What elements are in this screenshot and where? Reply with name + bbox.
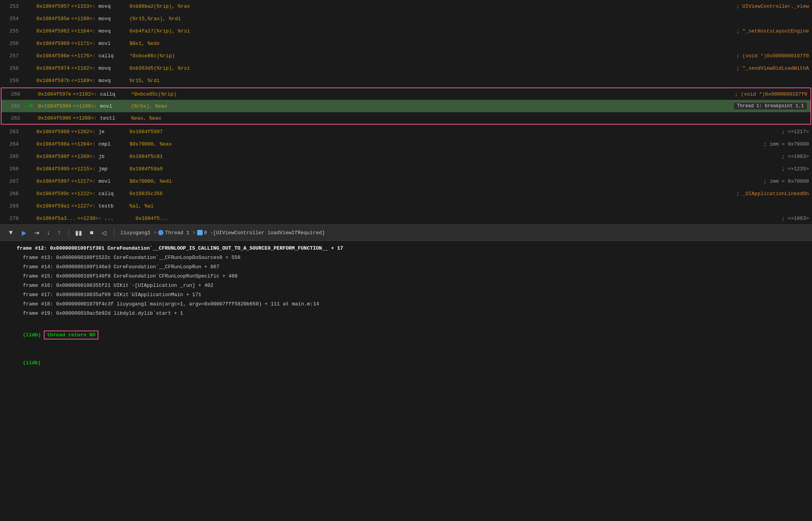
play-button[interactable]: ▶: [19, 228, 29, 238]
location-button[interactable]: ◁: [98, 228, 109, 238]
operands: *0xbce86c(%rip): [129, 53, 729, 59]
line-number: 258: [3, 65, 19, 71]
breadcrumb-thread: Thread 1: [158, 230, 189, 236]
table-row: 261 -> 0x1084f5984 <+1198>: movl (%rbx),…: [1, 100, 811, 112]
mnemonic: jb: [98, 154, 129, 159]
table-row: 265 0x1084f598f <+1209>: jb 0x1084f5c81 …: [0, 150, 812, 163]
offset: <+1202>:: [71, 129, 95, 135]
comment: ; UIViewController._view: [736, 3, 809, 9]
console-line: frame #13: 0x0000000109f1522c CoreFounda…: [5, 253, 807, 262]
mnemonic: callq: [100, 91, 131, 97]
comment: ; (void *)0x0000000107f0: [736, 53, 809, 59]
comment: ; <+1217>: [782, 129, 809, 135]
address: 0x1084f5969: [36, 41, 70, 46]
address: 0x1084f597e: [38, 91, 71, 97]
line-number: 260: [5, 91, 20, 97]
mnemonic: movl: [98, 178, 129, 184]
offset: <+1192>:: [73, 91, 97, 97]
offset: <+1200>:: [73, 115, 97, 121]
breadcrumb-user: liuyugang1: [120, 230, 151, 236]
operands: 0xb563d5(%rip), %rsi: [129, 65, 729, 71]
console-line: (lldb) thread return NO: [5, 321, 807, 349]
offset: <+1160>:: [71, 16, 95, 22]
address: 0x1084f595e: [36, 16, 70, 22]
toggle-panel-button[interactable]: ▼: [5, 228, 17, 238]
offset: <+1164>:: [71, 28, 95, 34]
breakpoint-button[interactable]: ■: [87, 228, 97, 238]
console-line: frame #12: 0x0000000109f1f301 CoreFounda…: [5, 244, 807, 253]
disassembly-panel: 253 0x1084f5957 <+1153>: movq 0xb88ba2(%…: [0, 0, 812, 225]
mnemonic: movl: [98, 41, 129, 46]
console-line: frame #17: 0x000000010835af09 UIKit`UIAp…: [5, 290, 807, 300]
step-out-button[interactable]: ↑: [55, 228, 64, 238]
mnemonic: movq: [98, 78, 129, 84]
operands: 0xb88ba2(%rip), %rax: [129, 3, 729, 9]
operands: 0x1084f5997: [129, 129, 774, 135]
line-number: 267: [3, 178, 19, 184]
address: 0x1084f599c: [36, 191, 70, 197]
lldb-command-input[interactable]: thread return NO: [44, 331, 98, 339]
console-line: frame #19: 0x000000010ac5b92d libdyld.dy…: [5, 309, 807, 318]
line-number: 270: [3, 216, 19, 221]
table-row: 262 0x1084f5986 <+1200>: testl %eax, %ea…: [1, 112, 811, 125]
mnemonic: cmpl: [98, 141, 129, 147]
mnemonic: movl: [100, 103, 131, 109]
address: 0x1084f5988: [36, 129, 70, 135]
offset: <+1209>:: [71, 154, 95, 159]
offset: <+1204>:: [71, 141, 95, 147]
comment: ; imm = 0x70000: [764, 141, 809, 147]
thread-icon: [158, 230, 163, 235]
offset: <+1215>:: [71, 166, 95, 172]
line-number: 268: [3, 191, 19, 197]
offset: <+1153>:: [71, 3, 95, 9]
breadcrumb-arrow: >: [193, 230, 196, 236]
address: 0x1084f5a3...: [36, 216, 76, 221]
table-row: 260 0x1084f597e <+1192>: callq *0xbce85c…: [1, 87, 811, 100]
mnemonic: movq: [98, 65, 129, 71]
offset: <+1189>:: [71, 78, 95, 84]
offset: <+1230>:: [77, 216, 101, 221]
console-line: frame #18: 0x000000001079f4c3f liuyugang…: [5, 300, 807, 309]
line-number: 259: [3, 78, 19, 84]
table-row: 264 0x1084f598a <+1204>: cmpl $0x70000, …: [0, 138, 812, 150]
table-row: 256 0x1084f5969 <+1171>: movl $0x1, %edx: [0, 37, 812, 50]
pause-button[interactable]: ▮▮: [72, 228, 85, 238]
mnemonic: callq: [98, 53, 129, 59]
mnemonic: jmp: [98, 166, 129, 172]
address: 0x1084f598f: [36, 154, 70, 159]
address: 0x1084f5984: [38, 103, 71, 109]
table-row: 258 0x1084f5974 <+1182>: movq 0xb563d5(%…: [0, 62, 812, 74]
address: 0x1084f5962: [36, 28, 70, 34]
operands: 0x1084f5...: [136, 216, 774, 221]
operands: 0x10835c356: [129, 191, 729, 197]
line-number: 255: [3, 28, 19, 34]
table-row: 263 0x1084f5988 <+1202>: je 0x1084f5997 …: [0, 125, 812, 138]
line-number: 261: [5, 103, 20, 109]
offset: <+1171>:: [71, 41, 95, 46]
operands: *0xbce85c(%rip): [131, 91, 727, 97]
address: 0x1084f596e: [36, 53, 70, 59]
line-number: 257: [3, 53, 19, 59]
mnemonic: movq: [98, 28, 129, 34]
operands: 0x1084f5c81: [129, 154, 774, 159]
address: 0x1084f597b: [36, 78, 70, 84]
separator: [69, 228, 69, 237]
frame-label: 0 -[UIViewController loadViewIfRequired]: [204, 230, 325, 236]
line-number: 254: [3, 16, 19, 22]
lldb-prompt2: (lldb): [23, 360, 41, 366]
step-over-button[interactable]: ⇥: [31, 228, 42, 238]
separator: [114, 228, 114, 237]
mnemonic: testl: [100, 115, 131, 121]
table-row: 268 0x1084f599c <+1222>: callq 0x10835c3…: [0, 187, 812, 200]
mnemonic: je: [98, 129, 129, 135]
mnemonic: testb: [98, 203, 129, 209]
line-number: 265: [3, 154, 19, 159]
step-into-button[interactable]: ↓: [44, 228, 53, 238]
operands: (%r15,%rax), %rdi: [129, 16, 809, 22]
operands: %eax, %eax: [131, 115, 807, 121]
table-row: 257 0x1084f596e <+1176>: callq *0xbce86c…: [0, 50, 812, 62]
operands: (%rbx), %eax: [131, 103, 428, 109]
function-icon: [197, 230, 203, 235]
operands: $0x70000, %edi: [129, 178, 756, 184]
table-row: 254 0x1084f595e <+1160>: movq (%r15,%rax…: [0, 12, 812, 25]
